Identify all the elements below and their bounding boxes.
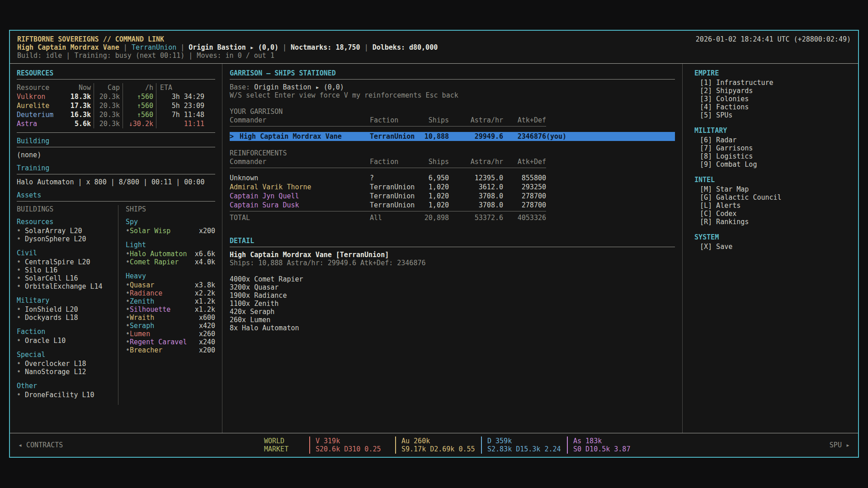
- col-eta: ETA: [156, 83, 215, 92]
- menu-section-label: SYSTEM: [694, 233, 854, 241]
- col-faction: Faction: [370, 116, 422, 125]
- col-resource: Resource: [17, 83, 65, 92]
- ship-name: Breacher: [130, 346, 162, 354]
- ship-item: Radiancex2.2k: [126, 289, 215, 297]
- menu-item-galactic-council[interactable]: [G] Galactic Council: [694, 193, 854, 202]
- ship-item: Solar Wispx200: [126, 227, 215, 235]
- cell-commander: Captain Sura Dusk: [230, 201, 370, 210]
- reinforcement-row[interactable]: Unknown ? 6,950 12395.0 855800: [230, 174, 675, 183]
- spu-nav[interactable]: SPU ▸: [830, 441, 858, 449]
- ships-column: SHIPS Spy Solar Wispx200 Light Halo Auto…: [118, 205, 215, 405]
- your-garrison-label: YOUR GARRISON: [230, 108, 675, 116]
- resource-name: Vulkron: [17, 92, 65, 101]
- building-item: SolarArray L20: [17, 227, 113, 235]
- resource-now: 5.6k: [65, 119, 94, 128]
- cell-commander: TOTAL: [230, 213, 370, 222]
- building-group: Resources SolarArray L20 DysonSphere L20: [17, 218, 113, 243]
- cell-commander: Captain Jyn Quell: [230, 192, 370, 201]
- resource-rate: ↑560: [123, 92, 156, 101]
- base-line: Base: Origin Bastion ▸ (0,0): [230, 83, 675, 91]
- building-item: Overclocker L18: [17, 360, 113, 368]
- market-price-line: V 319k: [316, 437, 395, 445]
- menu-section-label: EMPIRE: [694, 69, 854, 77]
- cell-ships: 10,888: [422, 132, 449, 141]
- building-group-label: Other: [17, 382, 113, 390]
- resource-rate: ↑560: [123, 110, 156, 119]
- menu-item-combat-log[interactable]: [9] Combat Log: [694, 160, 854, 169]
- resources-panel: RESOURCES Resource Now Cap /h ETA Vulkro…: [10, 64, 222, 433]
- contracts-nav[interactable]: ◂ CONTRACTS: [10, 441, 264, 449]
- ship-count: x420: [199, 322, 215, 330]
- ship-name: Comet Rapier: [130, 258, 179, 266]
- building-group: Military IonShield L20 Dockyards L18: [17, 296, 113, 322]
- menu-item-alerts[interactable]: [L] Alerts: [694, 202, 854, 210]
- buildings-header: BUILDINGS: [17, 205, 113, 213]
- building-item: CentralSpire L20: [17, 258, 113, 266]
- building-value: (none): [17, 151, 215, 159]
- building-group-label: Faction: [17, 328, 113, 336]
- main-area: RESOURCES Resource Now Cap /h ETA Vulkro…: [10, 64, 858, 433]
- cell-commander: Admiral Varik Thorne: [230, 183, 370, 192]
- menu-item-garrisons[interactable]: [7] Garrisons: [694, 144, 854, 152]
- keybind-hints: W/S select Enter view force V my reinfor…: [230, 91, 675, 99]
- assets-columns: BUILDINGS Resources SolarArray L20 Dyson…: [17, 205, 215, 405]
- market-price-line: Au 260k: [401, 437, 481, 445]
- market-segment-astra: As 183k S0 D10.5k 3.87: [567, 436, 653, 454]
- cell-ships: 6,950: [422, 174, 449, 183]
- ship-name: Lumen: [130, 330, 150, 338]
- menu-item-infrastructure[interactable]: [1] Infrastructure: [694, 79, 854, 87]
- menu-item-save[interactable]: [X] Save: [694, 243, 854, 251]
- col-astra: Astra/hr: [449, 116, 503, 125]
- reinforcement-row[interactable]: Admiral Varik Thorne TerranUnion 1,020 3…: [230, 183, 675, 192]
- menu-item-star-map[interactable]: [M] Star Map: [694, 185, 854, 193]
- divider: [17, 132, 215, 133]
- building-item: DysonSphere L20: [17, 235, 113, 243]
- menu-item-radar[interactable]: [6] Radar: [694, 136, 854, 144]
- ship-group-label: Light: [126, 241, 215, 249]
- status-line: Build: idle | Training: busy (next 00:11…: [17, 52, 851, 60]
- fleet-composition-line: 420x Seraph: [230, 308, 675, 316]
- menu-item-logistics[interactable]: [8] Logistics: [694, 152, 854, 160]
- ship-count: x240: [199, 338, 215, 346]
- training-value: Halo Automaton | x 800 | 8/800 | 00:11 |…: [17, 178, 215, 186]
- building-item: IonShield L20: [17, 305, 113, 314]
- menu-item-spus[interactable]: [5] SPUs: [694, 111, 854, 119]
- fleet-composition-line: 3200x Quasar: [230, 283, 675, 291]
- ship-item: Comet Rapierx4.0k: [126, 258, 215, 266]
- you-badge: (you): [546, 132, 675, 141]
- resource-eta: 7h 11:48: [156, 110, 215, 119]
- fleet-composition-line: 260x Lumen: [230, 316, 675, 324]
- resources-title: RESOURCES: [17, 69, 215, 80]
- reinforcement-row[interactable]: Captain Sura Dusk TerranUnion 1,020 3708…: [230, 201, 675, 210]
- garrison-panel: GARRISON — SHIPS STATIONED Base: Origin …: [222, 64, 683, 433]
- menu-item-factions[interactable]: [4] Factions: [694, 103, 854, 111]
- training-title: Training: [17, 164, 215, 174]
- menu-item-colonies[interactable]: [3] Colonies: [694, 95, 854, 103]
- market-detail-line: S0 D10.5k 3.87: [573, 445, 653, 453]
- ship-name: Regent Caravel: [130, 338, 187, 346]
- reinforcement-row[interactable]: Captain Jyn Quell TerranUnion 1,020 3708…: [230, 192, 675, 201]
- col-faction: Faction: [370, 157, 422, 166]
- menu-item-rankings[interactable]: [R] Rankings: [694, 218, 854, 226]
- cell-atkdef: 4053326: [503, 213, 546, 222]
- resource-name: Deuterium: [17, 110, 65, 119]
- col-rate: /h: [123, 83, 156, 92]
- resource-eta: 3h 34:29: [156, 92, 215, 101]
- cell-ships: 1,020: [422, 192, 449, 201]
- market-price-line: D 359k: [487, 437, 567, 445]
- col-commander: Commander: [230, 157, 370, 166]
- world-market-line1: WORLD: [264, 437, 309, 445]
- market-price-line: As 183k: [573, 437, 653, 445]
- cell-ships: 1,020: [422, 201, 449, 210]
- menu-item-codex[interactable]: [C] Codex: [694, 210, 854, 218]
- resource-cap: 20.3k: [94, 92, 123, 101]
- resource-now: 18.3k: [65, 92, 94, 101]
- garrison-title: GARRISON — SHIPS STATIONED: [230, 69, 675, 80]
- player-name: High Captain Mordrax Vane: [17, 43, 119, 52]
- resource-name: Astra: [17, 119, 65, 128]
- ship-name: Zenith: [130, 297, 154, 305]
- garrison-row-selected[interactable]: >High Captain Mordrax Vane TerranUnion 1…: [230, 132, 675, 141]
- ship-count: x260: [199, 330, 215, 338]
- menu-item-shipyards[interactable]: [2] Shipyards: [694, 87, 854, 95]
- ship-item: Lumenx260: [126, 330, 215, 338]
